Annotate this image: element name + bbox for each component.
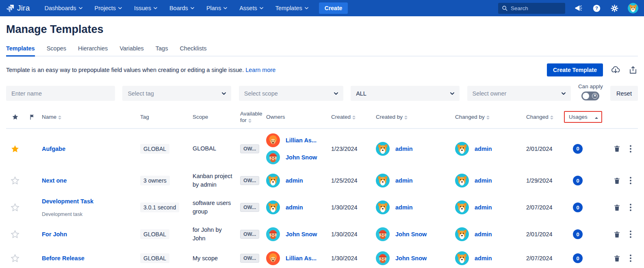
available-for-chip[interactable]: OW... bbox=[240, 176, 259, 185]
available-for-chip[interactable]: OW... bbox=[240, 203, 259, 212]
nav-item-projects[interactable]: Projects bbox=[95, 5, 122, 11]
header-available-for[interactable]: Available for bbox=[240, 111, 266, 123]
delete-button[interactable] bbox=[613, 145, 621, 153]
chevron-down-icon bbox=[305, 7, 308, 9]
user-avatar bbox=[376, 142, 390, 156]
star-column-header[interactable] bbox=[6, 113, 24, 120]
owner-link[interactable]: Lillian As... bbox=[286, 137, 317, 144]
flag-column-header[interactable] bbox=[24, 114, 40, 120]
owner-link[interactable]: John Snow bbox=[286, 231, 317, 237]
header-changed[interactable]: Changed bbox=[526, 114, 569, 120]
template-name-link[interactable]: For John bbox=[42, 231, 67, 237]
user-avatar bbox=[376, 174, 390, 187]
search-input[interactable] bbox=[511, 5, 559, 11]
delete-button[interactable] bbox=[613, 255, 621, 262]
learn-more-link[interactable]: Learn more bbox=[245, 67, 275, 73]
global-search[interactable] bbox=[498, 3, 565, 14]
header-usages[interactable]: Usages bbox=[569, 111, 605, 123]
header-changed-by[interactable]: Changed by bbox=[455, 114, 526, 120]
header-created-by[interactable]: Created by bbox=[376, 114, 455, 120]
usages-badge[interactable]: 0 bbox=[573, 176, 583, 185]
header-scope[interactable]: Scope bbox=[193, 114, 240, 120]
changed-by-cell: admin bbox=[455, 174, 526, 187]
more-actions-button[interactable] bbox=[629, 144, 632, 153]
changed-by-link[interactable]: admin bbox=[475, 255, 492, 261]
owner-filter-select[interactable]: Select owner bbox=[467, 86, 571, 101]
favorite-button[interactable] bbox=[6, 203, 24, 212]
owner-link[interactable]: John Snow bbox=[286, 154, 317, 161]
template-name-link[interactable]: Development Task bbox=[42, 198, 93, 205]
header-label: for bbox=[240, 117, 247, 123]
favorite-button[interactable] bbox=[6, 144, 24, 153]
tab-tags[interactable]: Tags bbox=[156, 45, 168, 57]
more-actions-button[interactable] bbox=[629, 203, 632, 212]
tab-scopes[interactable]: Scopes bbox=[47, 45, 66, 57]
more-actions-button[interactable] bbox=[629, 176, 632, 185]
tab-variables[interactable]: Variables bbox=[119, 45, 143, 57]
created-by-link[interactable]: admin bbox=[395, 177, 413, 184]
create-button[interactable]: Create bbox=[319, 2, 348, 14]
header-tag[interactable]: Tag bbox=[140, 114, 193, 120]
header-label: Changed by bbox=[455, 114, 485, 120]
user-avatar[interactable] bbox=[628, 3, 638, 13]
usages-badge[interactable]: 0 bbox=[573, 144, 583, 154]
reset-button[interactable]: Reset bbox=[610, 86, 638, 101]
header-created[interactable]: Created bbox=[331, 114, 376, 120]
scope-filter-select[interactable]: Select scope bbox=[239, 86, 343, 101]
owner-link[interactable]: admin bbox=[286, 177, 303, 184]
delete-button[interactable] bbox=[613, 231, 621, 238]
nav-item-dashboards[interactable]: Dashboards bbox=[44, 5, 82, 11]
help-button[interactable]: ? bbox=[592, 4, 601, 13]
header-name[interactable]: Name bbox=[40, 114, 140, 120]
jira-logo[interactable]: Jira bbox=[6, 4, 30, 13]
create-template-button[interactable]: Create Template bbox=[547, 63, 603, 76]
favorite-button[interactable] bbox=[6, 176, 24, 185]
settings-button[interactable] bbox=[610, 4, 619, 13]
chevron-down-icon bbox=[118, 7, 122, 9]
changed-by-link[interactable]: admin bbox=[475, 204, 492, 211]
favorite-button[interactable] bbox=[6, 254, 24, 263]
changed-by-link[interactable]: admin bbox=[475, 146, 492, 152]
tab-checklists[interactable]: Checklists bbox=[180, 45, 206, 57]
more-actions-button[interactable] bbox=[629, 254, 632, 263]
announcements-button[interactable] bbox=[574, 4, 583, 13]
nav-item-plans[interactable]: Plans bbox=[206, 5, 227, 11]
available-for-chip[interactable]: OW... bbox=[240, 230, 259, 239]
header-owners[interactable]: Owners bbox=[266, 114, 331, 120]
usages-badge[interactable]: 0 bbox=[573, 253, 583, 263]
more-actions-button[interactable] bbox=[629, 230, 632, 239]
usages-badge[interactable]: 0 bbox=[573, 229, 583, 239]
delete-button[interactable] bbox=[613, 177, 621, 185]
tag-filter-select[interactable]: Select tag bbox=[122, 86, 231, 101]
header-label: Changed bbox=[526, 114, 549, 120]
available-for-chip[interactable]: OW... bbox=[240, 144, 259, 153]
template-name-link[interactable]: Aufgabe bbox=[42, 146, 65, 152]
created-by-link[interactable]: John Snow bbox=[395, 231, 427, 237]
nav-item-issues[interactable]: Issues bbox=[134, 5, 157, 11]
created-by-link[interactable]: John Snow bbox=[395, 255, 427, 261]
changed-by-link[interactable]: admin bbox=[475, 177, 492, 184]
user-avatar bbox=[455, 174, 469, 187]
nav-item-boards[interactable]: Boards bbox=[169, 5, 194, 11]
favorite-button[interactable] bbox=[6, 230, 24, 239]
import-button[interactable] bbox=[611, 65, 620, 75]
template-name-link[interactable]: Next one bbox=[42, 177, 67, 184]
nav-item-assets[interactable]: Assets bbox=[239, 5, 263, 11]
owner-link[interactable]: admin bbox=[286, 204, 303, 211]
nav-item-templates[interactable]: Templates bbox=[275, 5, 308, 11]
template-name-link[interactable]: Before Release bbox=[42, 255, 85, 261]
usages-badge[interactable]: 0 bbox=[573, 203, 583, 212]
category-filter-select[interactable]: ALL bbox=[351, 86, 460, 101]
name-filter-input[interactable] bbox=[11, 90, 110, 97]
created-by-link[interactable]: admin bbox=[395, 146, 413, 152]
tab-templates[interactable]: Templates bbox=[6, 45, 35, 57]
can-apply-toggle[interactable]: ✕ bbox=[581, 92, 599, 100]
export-button[interactable] bbox=[628, 65, 638, 75]
changed-date: 1/29/2024 bbox=[526, 177, 569, 184]
owner-link[interactable]: Lillian As... bbox=[286, 255, 317, 261]
tab-hierarchies[interactable]: Hierarchies bbox=[78, 45, 108, 57]
created-by-link[interactable]: admin bbox=[395, 204, 413, 211]
delete-button[interactable] bbox=[613, 204, 621, 211]
available-for-chip[interactable]: OW... bbox=[240, 254, 259, 263]
changed-by-link[interactable]: admin bbox=[475, 231, 492, 237]
